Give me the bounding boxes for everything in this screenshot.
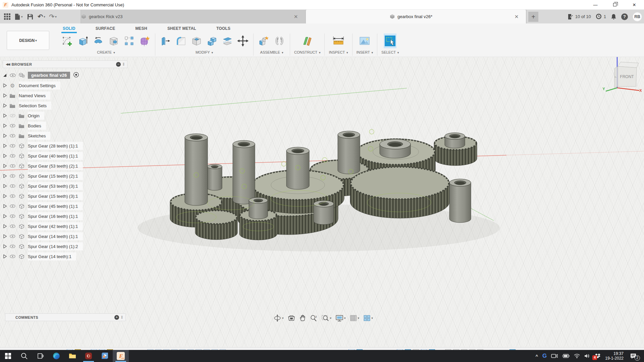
fillet-button[interactable] — [175, 34, 187, 48]
volume-icon[interactable] — [584, 354, 590, 358]
tray-expand-chevron[interactable]: ^ — [535, 354, 538, 359]
browser-item[interactable]: >Spur Gear (28 teeth) (1):1 — [3, 142, 127, 150]
disclosure-arrow-icon[interactable] — [3, 134, 7, 138]
minimize-panel-icon[interactable]: − — [116, 62, 121, 67]
dropbox-tray-icon[interactable]: 4 — [595, 353, 601, 359]
taskbar-clock[interactable]: 19:37 19-1-2022 — [605, 351, 624, 361]
add-comment-icon[interactable]: + — [114, 315, 119, 320]
google-tray-icon[interactable]: G — [542, 353, 547, 359]
disclosure-arrow-icon[interactable] — [3, 124, 7, 128]
browser-item[interactable]: >Spur Gear (14 teeth):1 — [3, 252, 127, 260]
root-component-label[interactable]: gearbox final v26 — [28, 72, 70, 79]
close-tab-icon[interactable]: ✕ — [292, 14, 299, 20]
file-explorer-button[interactable] — [64, 350, 80, 362]
disclosure-arrow-icon[interactable] — [3, 154, 7, 158]
browser-item[interactable]: >Spur Gear (14 teeth) (1):2 — [3, 242, 127, 250]
help-button[interactable]: ? — [621, 13, 628, 20]
browser-item[interactable]: >Spur Gear (53 teeth) (2):1 — [3, 162, 127, 170]
save-button[interactable] — [25, 12, 35, 22]
create-form-button[interactable] — [138, 34, 151, 48]
group-label-modify[interactable]: MODIFY ▾ — [196, 50, 213, 54]
zoom-window-button[interactable]: ▾ — [320, 313, 333, 323]
tab-tools[interactable]: TOOLS — [216, 25, 231, 33]
visibility-eye-icon[interactable]: > — [9, 225, 16, 228]
visibility-eye-icon[interactable]: > — [9, 144, 16, 147]
browser-item[interactable]: >Spur Gear (45 teeth) (1):1 — [3, 202, 127, 210]
design-workspace-dropdown[interactable]: DESIGN▾ — [7, 31, 49, 50]
shell-button[interactable] — [190, 34, 203, 48]
tab-sheet-metal[interactable]: SHEET METAL — [167, 25, 197, 33]
browser-item[interactable]: Origin — [3, 112, 127, 120]
minimize-button[interactable]: — — [586, 0, 605, 9]
visibility-eye-icon[interactable] — [9, 114, 16, 117]
notifications-button[interactable] — [611, 14, 616, 20]
meet-now-icon[interactable] — [551, 353, 558, 359]
insert-image-button[interactable] — [358, 34, 371, 48]
visibility-eye-icon[interactable]: > — [9, 235, 16, 238]
disclosure-arrow-icon[interactable] — [3, 164, 7, 168]
app-grid-menu-button[interactable] — [2, 12, 12, 22]
activate-component-radio[interactable] — [73, 72, 79, 78]
group-label-assemble[interactable]: ASSEMBLE ▾ — [260, 50, 283, 54]
visibility-eye-icon[interactable]: > — [9, 174, 16, 178]
visibility-eye-icon[interactable]: > — [9, 164, 16, 168]
disclosure-arrow-icon[interactable] — [3, 204, 7, 208]
davinci-resolve-button[interactable] — [80, 350, 97, 362]
battery-icon[interactable] — [562, 354, 570, 358]
browser-header[interactable]: ◀◀ BROWSER − ‖ — [3, 60, 127, 68]
user-avatar[interactable]: RB — [633, 12, 642, 21]
document-tab-inactive[interactable]: gearbox Rick v23 ✕ — [81, 10, 305, 23]
browser-item[interactable]: >Spur Gear (15 teeth) (2):1 — [3, 172, 127, 180]
edge-browser-button[interactable] — [48, 350, 64, 362]
browser-item[interactable]: >Bodies — [3, 122, 127, 130]
browser-item[interactable]: >Spur Gear (40 teeth) (1):1 — [3, 152, 127, 160]
data-panel-clock-button[interactable]: 1 — [596, 13, 606, 20]
disclosure-arrow-icon[interactable] — [3, 94, 7, 98]
offset-face-button[interactable] — [221, 34, 234, 48]
browser-item[interactable]: >Sketches — [3, 132, 127, 140]
measure-button[interactable] — [332, 34, 345, 48]
browser-item[interactable]: >Spur Gear (53 teeth) (3):1 — [3, 182, 127, 190]
wifi-icon[interactable] — [574, 354, 580, 358]
browser-item[interactable]: >Spur Gear (16 teeth) (1):1 — [3, 212, 127, 220]
browser-root-row[interactable]: gearbox final v26 — [3, 71, 127, 79]
disclosure-arrow-icon[interactable] — [3, 194, 7, 198]
taskbar-search-button[interactable] — [16, 350, 32, 362]
redo-button[interactable]: ↷ ▾ — [48, 12, 58, 22]
view-cube[interactable]: FRONT y Z X Y — [600, 53, 642, 93]
close-tab-icon[interactable]: ✕ — [513, 14, 520, 20]
pan-button[interactable] — [298, 313, 307, 323]
browser-item[interactable]: >Spur Gear (14 teeth) (1):1 — [3, 232, 127, 240]
restore-button[interactable] — [605, 0, 625, 9]
movies-tv-button[interactable] — [97, 350, 113, 362]
extrude-button[interactable] — [76, 34, 89, 48]
disclosure-arrow-icon[interactable] — [3, 104, 7, 108]
tab-mesh[interactable]: MESH — [135, 25, 148, 33]
disclosure-arrow-icon[interactable] — [3, 73, 7, 77]
orbit-button[interactable]: ▾ — [272, 313, 285, 323]
visibility-eye-icon[interactable]: > — [9, 245, 16, 248]
new-component-button[interactable] — [258, 34, 270, 48]
tab-surface[interactable]: SURFACE — [95, 25, 116, 33]
visibility-eye-icon[interactable]: > — [9, 124, 16, 127]
grid-snap-button[interactable]: ▾ — [349, 313, 361, 323]
browser-item[interactable]: Named Views — [3, 92, 127, 100]
visibility-eye-icon[interactable]: > — [9, 204, 16, 208]
display-settings-button[interactable]: ▾ — [334, 313, 347, 323]
visibility-eye-icon[interactable]: > — [9, 255, 16, 258]
fusion-360-taskbar-button[interactable]: F360 — [113, 350, 129, 362]
document-tab-active[interactable]: gearbox final v26* ✕ — [306, 10, 526, 23]
visibility-eye-icon[interactable]: > — [9, 154, 16, 158]
browser-item[interactable]: Selection Sets — [3, 102, 127, 110]
comments-header[interactable]: COMMENTS + ‖ — [5, 313, 126, 321]
combine-button[interactable] — [206, 34, 218, 48]
new-tab-button[interactable]: + — [528, 12, 538, 22]
disclosure-arrow-icon[interactable] — [3, 244, 7, 248]
panel-grip[interactable]: ‖ — [123, 62, 124, 67]
visibility-eye-icon[interactable]: > — [9, 194, 16, 198]
disclosure-arrow-icon[interactable] — [3, 234, 7, 238]
visibility-eye-icon[interactable] — [9, 73, 16, 77]
browser-item[interactable]: >Spur Gear (15 teeth) (3):1 — [3, 192, 127, 200]
hole-button[interactable] — [107, 34, 120, 48]
file-menu-button[interactable]: ▾ — [13, 12, 24, 22]
